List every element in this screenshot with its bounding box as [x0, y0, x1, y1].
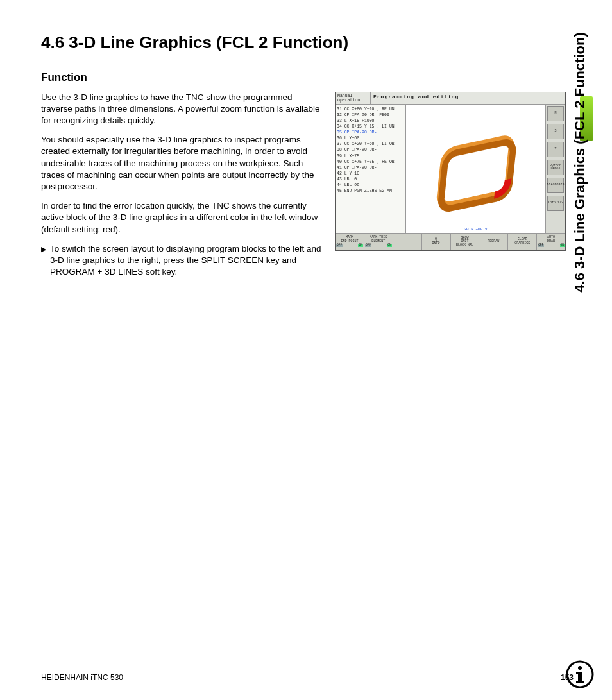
program-line: 31 CC X+80 Y+10 ; RE UN [337, 107, 404, 112]
paragraph: You should especially use the 3-D line g… [41, 134, 323, 192]
side-button[interactable]: M [547, 106, 564, 121]
side-button[interactable]: Python Demos [547, 160, 564, 175]
program-listing: 31 CC X+80 Y+10 ; RE UN32 CP IPA-90 DR- … [336, 105, 406, 233]
info-icon [566, 660, 594, 688]
program-line: 34 CC X+15 Y+15 ; LI UN [337, 124, 404, 130]
footer-left: HEIDENHAIN iTNC 530 [41, 673, 123, 682]
program-line: 33 L X+15 F1000 [337, 118, 404, 124]
program-line: 36 L Y+60 [337, 135, 404, 141]
softkey[interactable]: QINFO [422, 234, 451, 250]
paragraph: In order to find the error location quic… [41, 200, 323, 235]
body-text-column: Use the 3-D line graphics to have the TN… [41, 92, 323, 278]
program-line: 42 L Y+10 [337, 171, 404, 176]
softkey[interactable]: REDRAW [479, 234, 508, 250]
program-line: 32 CP IPA-90 DR- F500 [337, 112, 404, 118]
softkey[interactable]: MARK THISELEMENTOFFON [364, 234, 393, 250]
program-line: 39 L X+75 [337, 153, 404, 159]
program-line: 45 END PGM ZIEHSTE2 MM [337, 188, 404, 194]
tnc-screenshot: Manual operation Programming and editing… [335, 92, 566, 251]
section-heading-text: 4.6 3-D Line Graphics (FCL 2 Function) [41, 33, 348, 52]
program-line: 44 LBL 99 [337, 182, 404, 188]
svg-point-3 [578, 666, 582, 670]
graphics-3d-view: 30 H +60 V [406, 105, 546, 233]
page-footer: HEIDENHAIN iTNC 530 153 [41, 673, 574, 682]
softkey[interactable]: MARKEND POINTOFFON [336, 234, 364, 250]
softkey[interactable]: CLEARGRAPHICS [508, 234, 537, 250]
side-button[interactable]: S [547, 124, 564, 139]
triangle-bullet-icon: ▶ [41, 243, 46, 278]
softkey[interactable]: SHOWOMITBLOCK NR. [451, 234, 480, 250]
side-button[interactable]: T [547, 142, 564, 157]
section-heading: 4.6 3-D Line Graphics (FCL 2 Function) [41, 32, 574, 53]
program-line: 37 CC X+20 Y+60 ; LI OB [337, 141, 404, 147]
bullet-item: ▶ To switch the screen layout to display… [41, 243, 323, 278]
program-line: 40 CC X+75 Y+75 ; RE OB [337, 159, 404, 165]
program-line: 38 CP IPA-90 DR- [337, 147, 404, 153]
svg-rect-6 [576, 681, 584, 683]
graphics-status: 30 H +60 V [406, 227, 545, 232]
screen-title: Programming and editing [371, 92, 565, 104]
side-tab-text: 4.6 3-D Line Graphics (FCL 2 Function) [572, 21, 588, 303]
side-button[interactable]: DIAGNOSIS [547, 178, 564, 193]
softkey-row: MARKEND POINTOFFONMARK THISELEMENTOFFONQ… [336, 233, 565, 250]
program-line: 43 LBL 0 [337, 176, 404, 182]
mode-label: Manual operation [336, 92, 371, 104]
program-line: 35 CP IPA-90 DR- [337, 130, 404, 135]
right-button-bar: MSTPython DemosDIAGNOSISInfo 1/3 [546, 105, 565, 233]
subheading: Function [41, 71, 574, 84]
bullet-text: To switch the screen layout to displayin… [50, 243, 323, 278]
svg-rect-5 [576, 672, 581, 674]
program-line: 41 CP IPA-90 DR- [337, 165, 404, 171]
paragraph: Use the 3-D line graphics to have the TN… [41, 92, 323, 127]
side-button[interactable]: Info 1/3 [547, 196, 564, 211]
softkey[interactable] [393, 234, 422, 250]
softkey[interactable]: AUTODRAWOFFON [537, 234, 565, 250]
